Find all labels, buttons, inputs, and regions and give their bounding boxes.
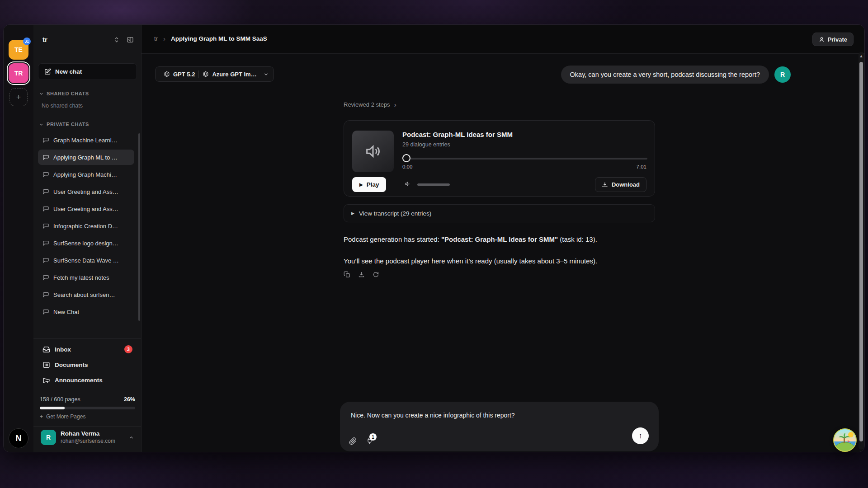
reviewed-steps-label: Reviewed 2 steps — [344, 101, 390, 108]
chat-bubble-icon — [42, 223, 49, 230]
chat-item-label: New Chat — [53, 309, 79, 315]
model-selector[interactable]: GPT 5.2 Azure GPT Im… — [155, 66, 274, 82]
chat-item-label: SurfSense logo design… — [53, 240, 118, 247]
scrollbar-thumb[interactable] — [859, 62, 863, 441]
chat-bubble-icon — [42, 309, 49, 315]
download-button[interactable]: Download — [595, 177, 646, 192]
copy-icon[interactable] — [344, 271, 350, 278]
workspace-tr[interactable]: TR — [9, 63, 28, 83]
chat-item-label: Applying Graph ML to … — [53, 154, 118, 161]
scroll-up-arrow[interactable]: ▲ — [859, 54, 864, 58]
connectors-button[interactable]: 1 — [366, 437, 373, 445]
chat-bubble-icon — [42, 206, 49, 212]
volume-slider[interactable] — [417, 183, 450, 186]
model-primary[interactable]: GPT 5.2 — [160, 71, 198, 78]
get-more-pages-button[interactable]: + Get More Pages — [40, 413, 85, 420]
shared-chats-section-header[interactable]: SHARED CHATS — [39, 91, 89, 96]
chat-item[interactable]: User Greeting and Ass… — [38, 184, 134, 199]
add-workspace-button[interactable]: + — [9, 88, 28, 106]
chat-item-label: Infographic Creation D… — [53, 223, 118, 230]
chat-item-label: Search about surfsen… — [53, 291, 115, 298]
sidebar: tr New chat SHARED CHATS No shared chats — [33, 25, 142, 452]
collapse-sidebar-icon[interactable] — [126, 35, 135, 44]
inbox-icon — [42, 346, 50, 353]
seek-thumb[interactable] — [402, 154, 410, 162]
chat-item[interactable]: SurfSense Data Wave … — [38, 253, 134, 268]
person-icon — [819, 37, 825, 42]
chat-item[interactable]: Fetch my latest notes — [38, 270, 134, 285]
announcements-label: Announcements — [55, 377, 103, 384]
user-account-button[interactable]: R Rohan Verma rohan@surfsense.com — [37, 427, 138, 448]
play-button[interactable]: ▶ Play — [352, 177, 386, 192]
volume-icon[interactable] — [404, 180, 411, 188]
main-scrollbar[interactable]: ▲ — [859, 52, 864, 450]
workspace-title: tr — [42, 36, 47, 43]
workspace-switcher-icon[interactable] — [112, 35, 121, 44]
private-chats-section-header[interactable]: PRIVATE CHATS — [39, 122, 89, 127]
nextjs-dev-button[interactable]: N — [9, 428, 28, 448]
composer-input[interactable]: Nice. Now can you create a nice infograp… — [351, 412, 515, 419]
island-emoji-button[interactable] — [833, 428, 857, 452]
divider — [33, 392, 141, 392]
documents-icon — [42, 361, 50, 369]
chat-item[interactable]: Search about surfsen… — [38, 287, 134, 302]
play-label: Play — [367, 181, 379, 188]
chat-bubble-icon — [42, 171, 49, 178]
podcast-eta-message: You’ll see the podcast player here when … — [344, 257, 660, 265]
openai-icon — [203, 71, 209, 77]
download-icon — [602, 182, 608, 188]
attach-file-button[interactable] — [349, 437, 357, 445]
no-shared-chats-text: No shared chats — [42, 103, 83, 109]
divider — [33, 338, 141, 339]
chat-item-label: User Greeting and Ass… — [53, 188, 118, 195]
chevron-right-icon: › — [163, 35, 165, 42]
sidebar-item-inbox[interactable]: Inbox 3 — [38, 342, 137, 357]
sidebar-scrollbar[interactable] — [138, 133, 140, 321]
workspace-rail: TE TR + N — [4, 25, 33, 452]
model-secondary[interactable]: Azure GPT Im… — [199, 71, 260, 78]
caret-right-icon: ▶ — [351, 211, 354, 216]
inbox-unread-badge: 3 — [124, 345, 132, 353]
chat-item[interactable]: User Greeting and Ass… — [38, 201, 134, 216]
chat-bubble-icon — [42, 240, 49, 247]
plus-icon: + — [16, 93, 21, 102]
workspace-te[interactable]: TE — [9, 40, 28, 60]
podcast-total-time: 7:01 — [637, 164, 646, 169]
new-chat-button[interactable]: New chat — [38, 63, 137, 80]
message-actions — [344, 271, 379, 278]
reviewed-steps-toggle[interactable]: Reviewed 2 steps › — [344, 101, 396, 108]
message-composer[interactable]: Nice. Now can you create a nice infograp… — [340, 402, 659, 451]
chat-item-label: Graph Machine Learni… — [53, 137, 118, 144]
chat-item[interactable]: New Chat — [38, 304, 134, 319]
send-button[interactable]: ↑ — [632, 427, 649, 444]
top-bar: tr › Applying Graph ML to SMM SaaS Priva… — [142, 25, 864, 54]
user-avatar: R — [41, 430, 56, 445]
breadcrumb-workspace[interactable]: tr — [154, 35, 158, 42]
user-chat-avatar: R — [774, 66, 791, 83]
get-more-pages-label: Get More Pages — [46, 413, 85, 420]
chevron-down-icon — [263, 71, 269, 77]
pages-progress-fill — [40, 407, 65, 409]
chat-item[interactable]: Applying Graph Machi… — [38, 167, 134, 182]
chevron-up-icon — [128, 435, 134, 441]
sidebar-item-documents[interactable]: Documents — [38, 357, 137, 372]
status-suffix: (task id: 13). — [558, 235, 597, 243]
sidebar-item-announcements[interactable]: Announcements — [38, 373, 137, 387]
chat-item[interactable]: Infographic Creation D… — [38, 218, 134, 234]
breadcrumb: tr › Applying Graph ML to SMM SaaS — [154, 35, 267, 42]
podcast-seek-slider[interactable] — [402, 154, 647, 162]
chat-item[interactable]: SurfSense logo design… — [38, 235, 134, 251]
download-message-icon[interactable] — [358, 271, 365, 278]
new-chat-label: New chat — [55, 68, 82, 75]
regenerate-icon[interactable] — [373, 271, 379, 278]
private-chats-title: PRIVATE CHATS — [47, 122, 89, 127]
chat-item[interactable]: Graph Machine Learni… — [38, 132, 134, 148]
chat-bubble-icon — [42, 257, 49, 264]
podcast-player-card: Podcast: Graph-ML Ideas for SMM 29 dialo… — [344, 120, 655, 197]
user-email: rohan@surfsense.com — [61, 438, 124, 445]
view-transcript-toggle[interactable]: ▶ View transcript (29 entries) — [344, 204, 655, 222]
shared-users-badge-icon — [23, 38, 31, 45]
visibility-private-button[interactable]: Private — [812, 33, 854, 46]
chat-item-active[interactable]: Applying Graph ML to … — [38, 150, 134, 165]
workspace-tr-initials: TR — [14, 70, 23, 77]
